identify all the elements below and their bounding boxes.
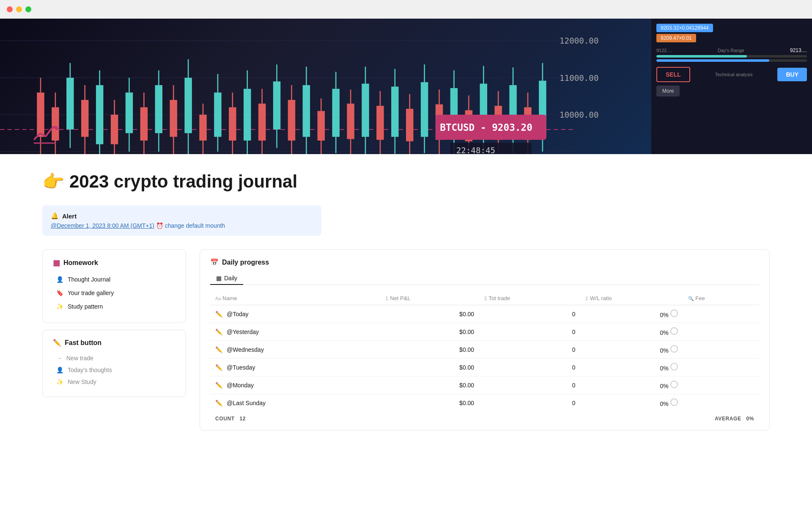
price-badge-blue: 9203.32×0.04128944: [656, 24, 713, 32]
daily-progress-title-text: Daily progress: [222, 259, 269, 266]
alert-date-link[interactable]: @December 1, 2023 8:00 AM (GMT+1): [51, 222, 154, 229]
col-fee-label: Fee: [695, 295, 705, 301]
title-bar: [0, 0, 812, 19]
svg-rect-79: [391, 87, 398, 137]
svg-text:22:48:45: 22:48:45: [456, 146, 495, 154]
daily-table: Aa Name Σ Net P&L Σ Tot trade: [210, 292, 759, 411]
thought-journal-icon: 👤: [56, 276, 63, 283]
row-0-wl: 0%: [581, 305, 683, 323]
price-badge-orange: 9209.47×0.01: [656, 34, 696, 42]
new-trade-label: New trade: [66, 355, 93, 362]
fast-button-todays-thoughts[interactable]: 👤 Today's thoughts: [53, 364, 176, 375]
row-2-tot: 0: [479, 341, 580, 359]
row-3-pnl: $0.00: [381, 359, 479, 376]
close-button[interactable]: [7, 6, 13, 12]
row-1-name: ✏️ @Yesterday: [210, 323, 381, 341]
buy-button[interactable]: BUY: [777, 68, 807, 81]
trade-gallery-label: Your trade gallery: [68, 290, 114, 296]
tab-daily-label: Daily: [224, 275, 237, 282]
wl-circle-icon: [670, 398, 678, 406]
homework-title-text: Homework: [63, 259, 98, 267]
svg-rect-67: [332, 89, 339, 137]
study-pattern-label: Study pattern: [68, 303, 103, 310]
row-4-fee: [683, 376, 759, 394]
homework-grid-icon: ▦: [53, 258, 60, 268]
daily-progress-title: 📅 Daily progress: [210, 258, 759, 266]
calendar-icon: 📅: [210, 258, 219, 266]
row-edit-icon: ✏️: [215, 329, 222, 335]
fast-button-new-study[interactable]: ✨ New Study: [53, 376, 176, 387]
row-1-tot: 0: [479, 323, 580, 341]
row-5-fee: [683, 394, 759, 412]
svg-rect-37: [184, 78, 192, 133]
daily-progress-card: 📅 Daily progress ▦ Daily Aa Name: [200, 249, 770, 431]
col-tot-label: Tot trade: [489, 295, 510, 301]
svg-rect-73: [362, 84, 369, 137]
sell-button[interactable]: SELL: [656, 67, 690, 82]
svg-rect-31: [155, 85, 162, 133]
footer-count-value: 12: [239, 416, 246, 422]
maximize-button[interactable]: [25, 6, 31, 12]
row-0-tot: 0: [479, 305, 580, 323]
alert-clock-icon: ⏰: [156, 222, 163, 229]
col-pnl-label: Net P&L: [390, 295, 410, 301]
logo-area: [34, 123, 59, 146]
svg-text:BTCUSD - 9203.20: BTCUSD - 9203.20: [440, 122, 532, 133]
svg-rect-55: [273, 81, 280, 129]
footer-average: AVERAGE 0%: [715, 416, 754, 422]
col-wl: Σ W/L ratio: [581, 292, 683, 305]
sidebar-item-study-pattern[interactable]: ✨ Study pattern: [53, 301, 176, 312]
table-icon: ▦: [216, 275, 222, 282]
svg-rect-49: [244, 89, 251, 141]
svg-rect-70: [347, 104, 354, 139]
page-title: 👉 2023 crypto trading journal: [42, 171, 770, 192]
left-column: ▦ Homework 👤 Thought Journal 🔖 Your trad…: [42, 249, 186, 397]
range-bar-blue: [656, 59, 807, 62]
row-1-fee: [683, 323, 759, 341]
footer-avg-label: AVERAGE: [715, 416, 741, 422]
range-bar-teal: [656, 55, 807, 58]
row-1-pnl: $0.00: [381, 323, 479, 341]
row-3-tot: 0: [479, 359, 580, 376]
stat-range-label: Day's Range: [718, 48, 744, 53]
row-edit-icon: ✏️: [215, 400, 222, 406]
svg-rect-85: [421, 82, 428, 137]
fastbutton-card: ✏️ Fast button → New trade 👤 Today's tho…: [42, 330, 186, 397]
thought-journal-label: Thought Journal: [68, 276, 110, 283]
svg-rect-82: [406, 109, 413, 141]
wl-circle-icon: [670, 381, 678, 388]
homework-card-title: ▦ Homework: [53, 258, 176, 268]
svg-rect-34: [170, 100, 177, 137]
svg-text:11000.00: 11000.00: [560, 73, 598, 83]
row-4-pnl: $0.00: [381, 376, 479, 394]
stat-value-high: 9213....: [790, 47, 807, 53]
svg-rect-64: [318, 111, 325, 141]
tab-daily[interactable]: ▦ Daily: [210, 272, 243, 285]
row-edit-icon: ✏️: [215, 346, 222, 353]
sidebar-item-thought-journal[interactable]: 👤 Thought Journal: [53, 273, 176, 285]
sidebar-item-trade-gallery[interactable]: 🔖 Your trade gallery: [53, 287, 176, 299]
svg-rect-22: [111, 115, 118, 144]
row-4-wl: 0%: [581, 376, 683, 394]
col-name-label: Name: [222, 295, 237, 301]
row-0-pnl: $0.00: [381, 305, 479, 323]
wl-circle-icon: [670, 309, 678, 317]
row-2-pnl: $0.00: [381, 341, 479, 359]
svg-rect-52: [258, 104, 266, 141]
new-trade-arrow-icon: →: [56, 355, 62, 362]
row-4-name: ✏️ @Monday: [210, 376, 381, 394]
alert-message: change default mounth: [165, 222, 225, 229]
row-edit-icon: ✏️: [215, 311, 222, 318]
row-5-tot: 0: [479, 394, 580, 412]
svg-rect-43: [214, 93, 221, 137]
table-row: ✏️ @Last Sunday $0.00 0 0%: [210, 394, 759, 412]
minimize-button[interactable]: [16, 6, 22, 12]
svg-text:10000.00: 10000.00: [560, 110, 598, 120]
more-button[interactable]: More: [656, 86, 680, 97]
alert-header: 🔔 Alert: [51, 212, 313, 220]
fast-button-new-trade[interactable]: → New trade: [53, 353, 176, 364]
table-row: ✏️ @Monday $0.00 0 0%: [210, 376, 759, 394]
wl-circle-icon: [670, 327, 678, 335]
row-1-wl: 0%: [581, 323, 683, 341]
row-3-name: ✏️ @Tuesday: [210, 359, 381, 376]
